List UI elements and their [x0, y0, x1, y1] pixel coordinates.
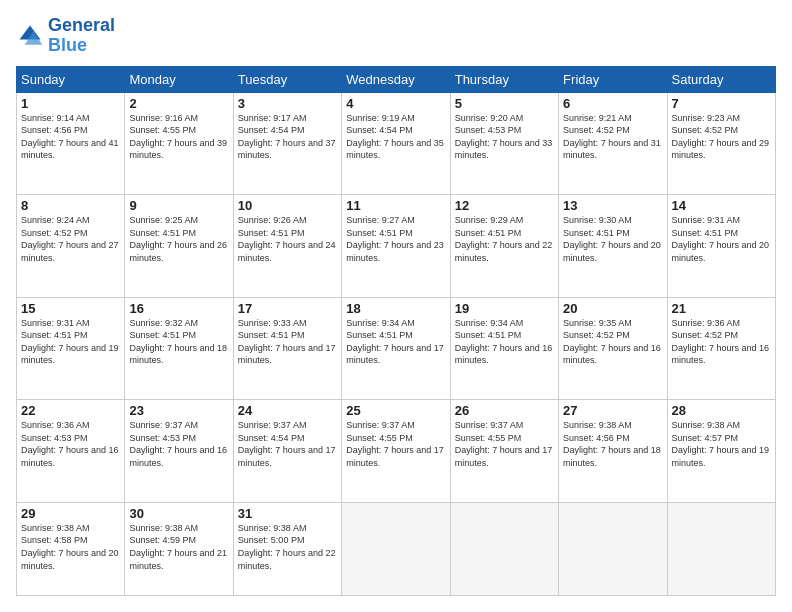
calendar-cell: 30Sunrise: 9:38 AMSunset: 4:59 PMDayligh… — [125, 502, 233, 595]
header: General Blue — [16, 16, 776, 56]
week-row: 8Sunrise: 9:24 AMSunset: 4:52 PMDaylight… — [17, 195, 776, 298]
day-info: Sunrise: 9:38 AMSunset: 4:56 PMDaylight:… — [563, 419, 662, 469]
calendar-cell: 16Sunrise: 9:32 AMSunset: 4:51 PMDayligh… — [125, 297, 233, 400]
day-info: Sunrise: 9:37 AMSunset: 4:53 PMDaylight:… — [129, 419, 228, 469]
day-number: 12 — [455, 198, 554, 213]
day-number: 23 — [129, 403, 228, 418]
day-info: Sunrise: 9:25 AMSunset: 4:51 PMDaylight:… — [129, 214, 228, 264]
week-row: 15Sunrise: 9:31 AMSunset: 4:51 PMDayligh… — [17, 297, 776, 400]
calendar-cell: 9Sunrise: 9:25 AMSunset: 4:51 PMDaylight… — [125, 195, 233, 298]
day-info: Sunrise: 9:27 AMSunset: 4:51 PMDaylight:… — [346, 214, 445, 264]
day-info: Sunrise: 9:38 AMSunset: 4:58 PMDaylight:… — [21, 522, 120, 572]
day-number: 5 — [455, 96, 554, 111]
day-info: Sunrise: 9:37 AMSunset: 4:54 PMDaylight:… — [238, 419, 337, 469]
calendar-cell: 4Sunrise: 9:19 AMSunset: 4:54 PMDaylight… — [342, 92, 450, 195]
day-number: 19 — [455, 301, 554, 316]
calendar-cell: 19Sunrise: 9:34 AMSunset: 4:51 PMDayligh… — [450, 297, 558, 400]
day-number: 20 — [563, 301, 662, 316]
day-info: Sunrise: 9:26 AMSunset: 4:51 PMDaylight:… — [238, 214, 337, 264]
day-number: 29 — [21, 506, 120, 521]
day-info: Sunrise: 9:29 AMSunset: 4:51 PMDaylight:… — [455, 214, 554, 264]
day-header-friday: Friday — [559, 66, 667, 92]
calendar-cell: 8Sunrise: 9:24 AMSunset: 4:52 PMDaylight… — [17, 195, 125, 298]
day-info: Sunrise: 9:30 AMSunset: 4:51 PMDaylight:… — [563, 214, 662, 264]
calendar-cell: 18Sunrise: 9:34 AMSunset: 4:51 PMDayligh… — [342, 297, 450, 400]
calendar-cell: 25Sunrise: 9:37 AMSunset: 4:55 PMDayligh… — [342, 400, 450, 503]
day-number: 30 — [129, 506, 228, 521]
calendar-table: SundayMondayTuesdayWednesdayThursdayFrid… — [16, 66, 776, 596]
calendar-cell — [559, 502, 667, 595]
page: General Blue SundayMondayTuesdayWednesda… — [0, 0, 792, 612]
logo-text: General Blue — [48, 16, 115, 56]
day-number: 31 — [238, 506, 337, 521]
day-info: Sunrise: 9:36 AMSunset: 4:53 PMDaylight:… — [21, 419, 120, 469]
calendar-cell — [667, 502, 775, 595]
week-row: 22Sunrise: 9:36 AMSunset: 4:53 PMDayligh… — [17, 400, 776, 503]
day-info: Sunrise: 9:14 AMSunset: 4:56 PMDaylight:… — [21, 112, 120, 162]
calendar-cell — [342, 502, 450, 595]
logo-icon — [16, 22, 44, 50]
calendar-cell: 5Sunrise: 9:20 AMSunset: 4:53 PMDaylight… — [450, 92, 558, 195]
day-info: Sunrise: 9:36 AMSunset: 4:52 PMDaylight:… — [672, 317, 771, 367]
day-header-monday: Monday — [125, 66, 233, 92]
day-number: 7 — [672, 96, 771, 111]
day-number: 10 — [238, 198, 337, 213]
day-info: Sunrise: 9:19 AMSunset: 4:54 PMDaylight:… — [346, 112, 445, 162]
calendar-cell: 27Sunrise: 9:38 AMSunset: 4:56 PMDayligh… — [559, 400, 667, 503]
day-number: 11 — [346, 198, 445, 213]
day-number: 28 — [672, 403, 771, 418]
calendar-cell: 21Sunrise: 9:36 AMSunset: 4:52 PMDayligh… — [667, 297, 775, 400]
day-number: 3 — [238, 96, 337, 111]
calendar-cell: 13Sunrise: 9:30 AMSunset: 4:51 PMDayligh… — [559, 195, 667, 298]
calendar-cell: 3Sunrise: 9:17 AMSunset: 4:54 PMDaylight… — [233, 92, 341, 195]
day-number: 4 — [346, 96, 445, 111]
day-header-thursday: Thursday — [450, 66, 558, 92]
calendar-cell: 10Sunrise: 9:26 AMSunset: 4:51 PMDayligh… — [233, 195, 341, 298]
day-number: 2 — [129, 96, 228, 111]
day-info: Sunrise: 9:38 AMSunset: 5:00 PMDaylight:… — [238, 522, 337, 572]
day-header-sunday: Sunday — [17, 66, 125, 92]
day-header-saturday: Saturday — [667, 66, 775, 92]
day-info: Sunrise: 9:37 AMSunset: 4:55 PMDaylight:… — [346, 419, 445, 469]
day-number: 17 — [238, 301, 337, 316]
day-number: 26 — [455, 403, 554, 418]
day-number: 18 — [346, 301, 445, 316]
calendar-cell: 31Sunrise: 9:38 AMSunset: 5:00 PMDayligh… — [233, 502, 341, 595]
day-number: 27 — [563, 403, 662, 418]
calendar-cell: 22Sunrise: 9:36 AMSunset: 4:53 PMDayligh… — [17, 400, 125, 503]
day-number: 8 — [21, 198, 120, 213]
logo: General Blue — [16, 16, 115, 56]
day-info: Sunrise: 9:16 AMSunset: 4:55 PMDaylight:… — [129, 112, 228, 162]
day-header-wednesday: Wednesday — [342, 66, 450, 92]
week-row: 1Sunrise: 9:14 AMSunset: 4:56 PMDaylight… — [17, 92, 776, 195]
day-info: Sunrise: 9:31 AMSunset: 4:51 PMDaylight:… — [672, 214, 771, 264]
calendar-cell: 28Sunrise: 9:38 AMSunset: 4:57 PMDayligh… — [667, 400, 775, 503]
day-info: Sunrise: 9:17 AMSunset: 4:54 PMDaylight:… — [238, 112, 337, 162]
calendar-cell: 7Sunrise: 9:23 AMSunset: 4:52 PMDaylight… — [667, 92, 775, 195]
calendar-cell: 1Sunrise: 9:14 AMSunset: 4:56 PMDaylight… — [17, 92, 125, 195]
day-info: Sunrise: 9:32 AMSunset: 4:51 PMDaylight:… — [129, 317, 228, 367]
day-number: 14 — [672, 198, 771, 213]
day-number: 15 — [21, 301, 120, 316]
day-info: Sunrise: 9:37 AMSunset: 4:55 PMDaylight:… — [455, 419, 554, 469]
calendar-cell: 2Sunrise: 9:16 AMSunset: 4:55 PMDaylight… — [125, 92, 233, 195]
day-info: Sunrise: 9:23 AMSunset: 4:52 PMDaylight:… — [672, 112, 771, 162]
calendar-cell: 23Sunrise: 9:37 AMSunset: 4:53 PMDayligh… — [125, 400, 233, 503]
calendar-cell: 11Sunrise: 9:27 AMSunset: 4:51 PMDayligh… — [342, 195, 450, 298]
day-info: Sunrise: 9:34 AMSunset: 4:51 PMDaylight:… — [455, 317, 554, 367]
day-number: 25 — [346, 403, 445, 418]
day-number: 16 — [129, 301, 228, 316]
day-info: Sunrise: 9:21 AMSunset: 4:52 PMDaylight:… — [563, 112, 662, 162]
day-info: Sunrise: 9:33 AMSunset: 4:51 PMDaylight:… — [238, 317, 337, 367]
day-info: Sunrise: 9:35 AMSunset: 4:52 PMDaylight:… — [563, 317, 662, 367]
calendar-cell: 26Sunrise: 9:37 AMSunset: 4:55 PMDayligh… — [450, 400, 558, 503]
day-header-tuesday: Tuesday — [233, 66, 341, 92]
day-info: Sunrise: 9:24 AMSunset: 4:52 PMDaylight:… — [21, 214, 120, 264]
day-info: Sunrise: 9:20 AMSunset: 4:53 PMDaylight:… — [455, 112, 554, 162]
day-number: 9 — [129, 198, 228, 213]
day-number: 21 — [672, 301, 771, 316]
day-info: Sunrise: 9:38 AMSunset: 4:59 PMDaylight:… — [129, 522, 228, 572]
day-info: Sunrise: 9:34 AMSunset: 4:51 PMDaylight:… — [346, 317, 445, 367]
calendar-cell: 6Sunrise: 9:21 AMSunset: 4:52 PMDaylight… — [559, 92, 667, 195]
day-info: Sunrise: 9:31 AMSunset: 4:51 PMDaylight:… — [21, 317, 120, 367]
